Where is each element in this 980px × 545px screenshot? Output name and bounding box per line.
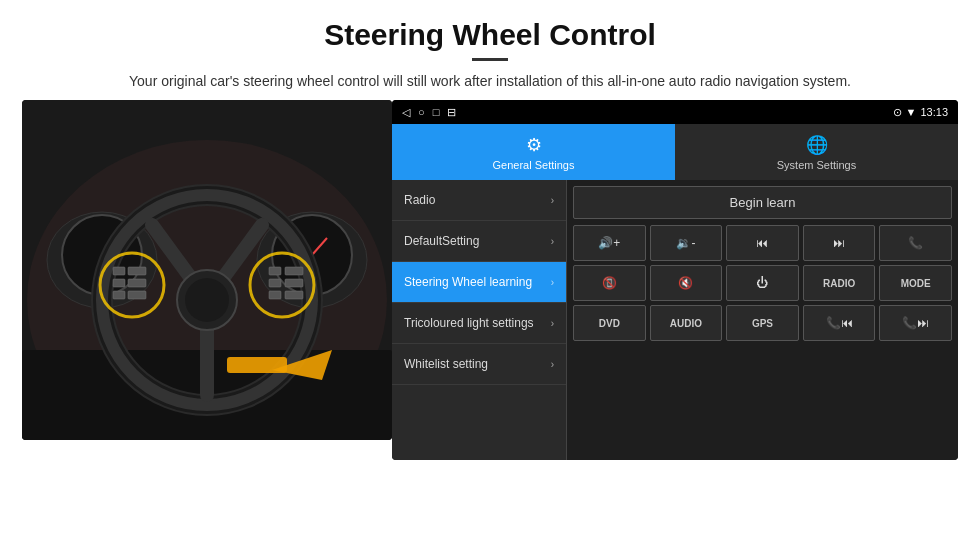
controls-panel: Begin learn 🔊+ 🔉- ⏮ <box>567 180 958 460</box>
svg-rect-24 <box>128 291 146 299</box>
mute-button[interactable]: 🔇 <box>650 265 723 301</box>
menu-item-default[interactable]: DefaultSetting › <box>392 221 566 262</box>
svg-rect-28 <box>285 267 303 275</box>
power-icon: ⏻ <box>756 276 768 290</box>
chevron-radio-icon: › <box>551 195 554 206</box>
call-prev-icon: 📞⏮ <box>826 316 853 330</box>
gear-icon: ⚙ <box>526 134 542 156</box>
mode-button[interactable]: MODE <box>879 265 952 301</box>
radio-label: RADIO <box>823 278 855 289</box>
dvd-label: DVD <box>599 318 620 329</box>
svg-rect-21 <box>113 291 125 299</box>
menu-item-radio[interactable]: Radio › <box>392 180 566 221</box>
menu-item-whitelist[interactable]: Whitelist setting › <box>392 344 566 385</box>
status-bar-info: ⊙ ▼ 13:13 <box>893 106 948 119</box>
begin-learn-button[interactable]: Begin learn <box>573 186 952 219</box>
begin-learn-row: Begin learn <box>573 186 952 219</box>
tab-general-label: General Settings <box>493 159 575 171</box>
menu-nav-icon[interactable]: ⊟ <box>447 106 456 119</box>
hangup-button[interactable]: 📵 <box>573 265 646 301</box>
tab-general[interactable]: ⚙ General Settings <box>392 124 675 180</box>
mode-label: MODE <box>901 278 931 289</box>
back-nav-icon[interactable]: ◁ <box>402 106 410 119</box>
chevron-tricolour-icon: › <box>551 318 554 329</box>
svg-rect-26 <box>269 279 281 287</box>
menu-radio-label: Radio <box>404 193 435 207</box>
svg-rect-30 <box>285 291 303 299</box>
recents-nav-icon[interactable]: □ <box>433 106 440 118</box>
page-subtitle: Your original car's steering wheel contr… <box>60 71 920 92</box>
tab-system[interactable]: 🌐 System Settings <box>675 124 958 180</box>
svg-rect-29 <box>285 279 303 287</box>
steering-wheel-image <box>22 100 392 440</box>
next-track-icon: ⏭ <box>833 236 845 250</box>
svg-rect-22 <box>128 267 146 275</box>
page-header: Steering Wheel Control Your original car… <box>0 0 980 100</box>
prev-track-button[interactable]: ⏮ <box>726 225 799 261</box>
audio-button[interactable]: AUDIO <box>650 305 723 341</box>
vol-up-icon: 🔊+ <box>598 236 620 250</box>
chevron-default-icon: › <box>551 236 554 247</box>
controls-row-3: DVD AUDIO GPS 📞⏮ 📞⏭ <box>573 305 952 341</box>
prev-track-icon: ⏮ <box>756 236 768 250</box>
call-next-icon: 📞⏭ <box>902 316 929 330</box>
main-content: ◁ ○ □ ⊟ ⊙ ▼ 13:13 ⚙ General Settings <box>0 100 980 460</box>
radio-button[interactable]: RADIO <box>803 265 876 301</box>
dvd-button[interactable]: DVD <box>573 305 646 341</box>
menu-default-label: DefaultSetting <box>404 234 479 248</box>
vol-down-button[interactable]: 🔉- <box>650 225 723 261</box>
svg-rect-23 <box>128 279 146 287</box>
vol-down-icon: 🔉- <box>676 236 695 250</box>
menu-whitelist-label: Whitelist setting <box>404 357 488 371</box>
tabs-row: ⚙ General Settings 🌐 System Settings <box>392 124 958 180</box>
gps-label: GPS <box>752 318 773 329</box>
menu-item-tricolour[interactable]: Tricoloured light settings › <box>392 303 566 344</box>
controls-row-2: 📵 🔇 ⏻ RADIO MODE <box>573 265 952 301</box>
chevron-steering-icon: › <box>551 277 554 288</box>
call-next-button[interactable]: 📞⏭ <box>879 305 952 341</box>
page-title: Steering Wheel Control <box>60 18 920 52</box>
power-button[interactable]: ⏻ <box>726 265 799 301</box>
globe-icon: 🌐 <box>806 134 828 156</box>
menu-tricolour-label: Tricoloured light settings <box>404 316 534 330</box>
device-panel: ◁ ○ □ ⊟ ⊙ ▼ 13:13 ⚙ General Settings <box>392 100 958 460</box>
svg-rect-27 <box>269 291 281 299</box>
svg-rect-20 <box>113 279 125 287</box>
call-prev-button[interactable]: 📞⏮ <box>803 305 876 341</box>
next-track-button[interactable]: ⏭ <box>803 225 876 261</box>
audio-label: AUDIO <box>670 318 702 329</box>
gps-button[interactable]: GPS <box>726 305 799 341</box>
menu-steering-label: Steering Wheel learning <box>404 275 532 289</box>
svg-point-16 <box>185 278 229 322</box>
tab-system-label: System Settings <box>777 159 856 171</box>
menu-item-steering[interactable]: Steering Wheel learning › <box>392 262 566 303</box>
svg-rect-25 <box>269 267 281 275</box>
controls-row-1: 🔊+ 🔉- ⏮ ⏭ 📞 <box>573 225 952 261</box>
home-nav-icon[interactable]: ○ <box>418 106 425 118</box>
menu-list: Radio › DefaultSetting › Steering Wheel … <box>392 180 567 460</box>
status-bar-nav: ◁ ○ □ ⊟ <box>402 106 456 119</box>
signal-icon: ▼ <box>906 106 917 118</box>
status-bar: ◁ ○ □ ⊟ ⊙ ▼ 13:13 <box>392 100 958 124</box>
time-display: 13:13 <box>920 106 948 118</box>
panel-body: Radio › DefaultSetting › Steering Wheel … <box>392 180 958 460</box>
vol-up-button[interactable]: 🔊+ <box>573 225 646 261</box>
chevron-whitelist-icon: › <box>551 359 554 370</box>
mute-icon: 🔇 <box>678 276 693 290</box>
svg-rect-19 <box>113 267 125 275</box>
page-wrapper: Steering Wheel Control Your original car… <box>0 0 980 460</box>
location-icon: ⊙ <box>893 106 902 119</box>
call-button[interactable]: 📞 <box>879 225 952 261</box>
call-icon: 📞 <box>908 236 923 250</box>
svg-rect-32 <box>227 357 287 373</box>
hangup-icon: 📵 <box>602 276 617 290</box>
title-divider <box>472 58 508 61</box>
